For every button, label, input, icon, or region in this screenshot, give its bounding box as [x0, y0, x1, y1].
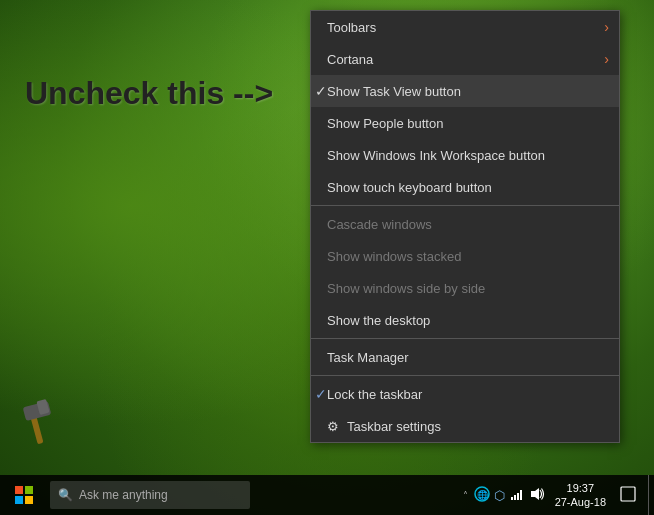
svg-rect-3 — [15, 486, 23, 494]
touch-keyboard-label: Show touch keyboard button — [327, 180, 492, 195]
system-clock[interactable]: 19:37 27-Aug-18 — [551, 481, 610, 510]
cascade-label: Cascade windows — [327, 217, 432, 232]
menu-item-toolbars[interactable]: Toolbars › — [311, 11, 619, 43]
side-by-side-label: Show windows side by side — [327, 281, 485, 296]
network-icon[interactable]: 🌐 — [474, 486, 490, 505]
hammer-icon — [18, 396, 58, 455]
svg-text:🌐: 🌐 — [476, 489, 488, 501]
divider-1 — [311, 205, 619, 206]
svg-rect-10 — [514, 495, 516, 500]
menu-item-show-desktop[interactable]: Show the desktop — [311, 304, 619, 336]
taskbar-settings-label: Taskbar settings — [347, 419, 441, 434]
svg-rect-11 — [517, 493, 519, 500]
menu-item-people[interactable]: Show People button — [311, 107, 619, 139]
divider-2 — [311, 338, 619, 339]
task-view-check: ✓ — [315, 83, 327, 99]
taskbar: 🔍 Ask me anything ˄ 🌐 ⬡ — [0, 475, 654, 515]
divider-3 — [311, 375, 619, 376]
lock-taskbar-label: Lock the taskbar — [327, 387, 422, 402]
menu-item-lock-taskbar[interactable]: ✓ Lock the taskbar — [311, 378, 619, 410]
notification-button[interactable] — [616, 486, 640, 505]
menu-item-task-view[interactable]: ✓ Show Task View button — [311, 75, 619, 107]
tray-icons: 🌐 ⬡ — [474, 486, 545, 505]
svg-rect-14 — [621, 487, 635, 501]
menu-item-task-manager[interactable]: Task Manager — [311, 341, 619, 373]
people-label: Show People button — [327, 116, 443, 131]
stacked-label: Show windows stacked — [327, 249, 461, 264]
menu-item-stacked: Show windows stacked — [311, 240, 619, 272]
toolbars-arrow: › — [604, 19, 609, 35]
bluetooth-icon[interactable]: ⬡ — [494, 488, 505, 503]
cortana-label: Cortana — [327, 52, 373, 67]
task-manager-label: Task Manager — [327, 350, 409, 365]
system-tray: ˄ 🌐 ⬡ — [455, 481, 648, 510]
svg-rect-0 — [30, 416, 43, 445]
menu-item-taskbar-settings[interactable]: ⚙ Taskbar settings — [311, 410, 619, 442]
svg-marker-13 — [531, 488, 539, 500]
menu-item-ink[interactable]: Show Windows Ink Workspace button — [311, 139, 619, 171]
show-desktop-button[interactable] — [648, 475, 654, 515]
context-menu: Toolbars › Cortana › ✓ Show Task View bu… — [310, 10, 620, 443]
start-button[interactable] — [0, 475, 48, 515]
svg-rect-12 — [520, 490, 522, 500]
clock-time: 19:37 — [567, 481, 595, 495]
search-box[interactable]: 🔍 Ask me anything — [50, 481, 250, 509]
svg-rect-5 — [15, 496, 23, 504]
toolbars-label: Toolbars — [327, 20, 376, 35]
tray-overflow-button[interactable]: ˄ — [463, 490, 468, 501]
svg-rect-4 — [25, 486, 33, 494]
clock-date: 27-Aug-18 — [555, 495, 606, 509]
search-placeholder: Ask me anything — [79, 488, 168, 502]
wifi-icon[interactable] — [509, 486, 525, 505]
menu-item-side-by-side: Show windows side by side — [311, 272, 619, 304]
volume-icon[interactable] — [529, 486, 545, 505]
gear-icon: ⚙ — [327, 419, 339, 434]
menu-item-touch-keyboard[interactable]: Show touch keyboard button — [311, 171, 619, 203]
search-icon: 🔍 — [58, 488, 73, 502]
task-view-label: Show Task View button — [327, 84, 461, 99]
ink-label: Show Windows Ink Workspace button — [327, 148, 545, 163]
svg-rect-9 — [511, 497, 513, 500]
cortana-arrow: › — [604, 51, 609, 67]
uncheck-label: Uncheck this --> — [25, 75, 273, 112]
show-desktop-label: Show the desktop — [327, 313, 430, 328]
svg-rect-6 — [25, 496, 33, 504]
lock-taskbar-check: ✓ — [315, 386, 327, 402]
menu-item-cascade: Cascade windows — [311, 208, 619, 240]
menu-item-cortana[interactable]: Cortana › — [311, 43, 619, 75]
